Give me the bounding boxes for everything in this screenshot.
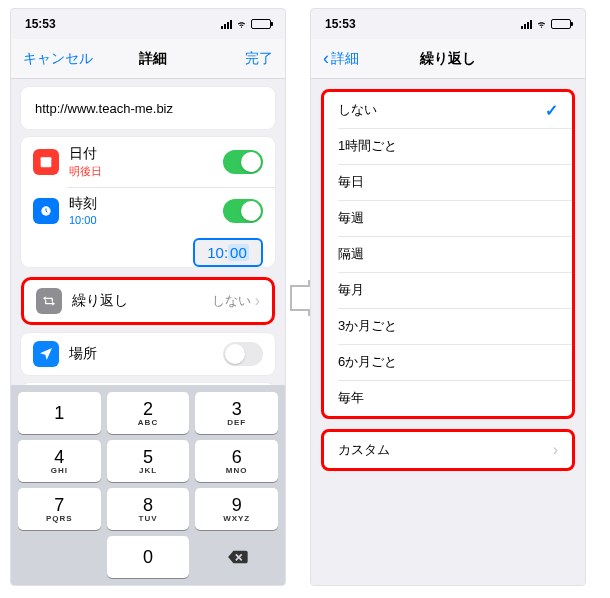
back-label: 詳細 xyxy=(331,50,359,68)
status-time: 15:53 xyxy=(25,17,56,31)
repeat-option[interactable]: 毎週 xyxy=(324,200,572,236)
date-label: 日付 xyxy=(69,145,223,163)
key-8[interactable]: 8TUV xyxy=(107,488,190,530)
backspace-key[interactable] xyxy=(195,536,278,578)
location-row[interactable]: 場所 xyxy=(21,333,275,375)
repeat-option[interactable]: 隔週 xyxy=(324,236,572,272)
option-label: 毎月 xyxy=(338,281,558,299)
message-card: メッセージ送信時 xyxy=(21,383,275,385)
custom-row[interactable]: カスタム › xyxy=(324,432,572,468)
repeat-options-list: しない✓1時間ごと毎日毎週隔週毎月3か月ごと6か月ごと毎年 xyxy=(321,89,575,419)
wifi-icon xyxy=(235,19,248,29)
nav-bar: ‹ 詳細 繰り返し xyxy=(311,39,585,79)
key-number: 3 xyxy=(232,400,242,418)
status-time: 15:53 xyxy=(325,17,356,31)
location-card: 場所 xyxy=(21,333,275,375)
date-value: 明後日 xyxy=(69,164,223,179)
key-number: 4 xyxy=(54,448,64,466)
status-bar: 15:53 xyxy=(311,9,585,39)
repeat-row[interactable]: 繰り返し しない › xyxy=(24,280,272,322)
repeat-label: 繰り返し xyxy=(72,292,212,310)
location-icon xyxy=(33,341,59,367)
content-area: http://www.teach-me.biz 日付 明後日 時刻 xyxy=(11,79,285,385)
key-number: 2 xyxy=(143,400,153,418)
location-label: 場所 xyxy=(69,345,223,363)
chevron-left-icon: ‹ xyxy=(323,48,329,69)
time-row[interactable]: 時刻 10:00 xyxy=(21,187,275,234)
key-letters: TUV xyxy=(139,514,158,523)
detail-screen: 15:53 キャンセル 詳細 完了 http://www.teach-me.bi… xyxy=(10,8,286,586)
date-row[interactable]: 日付 明後日 xyxy=(21,137,275,187)
signal-icon xyxy=(521,20,532,29)
chevron-right-icon: › xyxy=(553,441,558,459)
option-label: 3か月ごと xyxy=(338,317,558,335)
repeat-icon xyxy=(36,288,62,314)
time-value: 10:00 xyxy=(69,214,223,226)
key-letters: WXYZ xyxy=(223,514,250,523)
key-number: 1 xyxy=(54,404,64,422)
key-number: 8 xyxy=(143,496,153,514)
url-field[interactable]: http://www.teach-me.biz xyxy=(21,87,275,129)
backspace-icon xyxy=(226,549,248,565)
repeat-option[interactable]: 3か月ごと xyxy=(324,308,572,344)
done-button[interactable]: 完了 xyxy=(213,50,273,68)
key-5[interactable]: 5JKL xyxy=(107,440,190,482)
repeat-option[interactable]: 毎日 xyxy=(324,164,572,200)
key-1[interactable]: 1 xyxy=(18,392,101,434)
key-number: 9 xyxy=(232,496,242,514)
battery-icon xyxy=(251,19,271,29)
key-letters: ABC xyxy=(138,418,158,427)
time-picker[interactable]: 10:00 xyxy=(193,238,263,267)
time-hh: 10 xyxy=(207,244,224,261)
repeat-option[interactable]: 6か月ごと xyxy=(324,344,572,380)
numeric-keyboard: 12ABC3DEF4GHI5JKL6MNO7PQRS8TUV9WXYZ 0 xyxy=(11,385,285,585)
cancel-button[interactable]: キャンセル xyxy=(23,50,93,68)
option-label: 毎年 xyxy=(338,389,558,407)
custom-card: カスタム › xyxy=(321,429,575,471)
battery-icon xyxy=(551,19,571,29)
signal-icon xyxy=(221,20,232,29)
time-toggle[interactable] xyxy=(223,199,263,223)
key-0[interactable]: 0 xyxy=(107,536,190,578)
key-6[interactable]: 6MNO xyxy=(195,440,278,482)
svg-rect-1 xyxy=(41,157,52,160)
check-icon: ✓ xyxy=(545,101,558,120)
location-toggle[interactable] xyxy=(223,342,263,366)
option-label: 1時間ごと xyxy=(338,137,558,155)
key-7[interactable]: 7PQRS xyxy=(18,488,101,530)
option-label: 毎日 xyxy=(338,173,558,191)
key-empty xyxy=(18,536,101,578)
datetime-card: 日付 明後日 時刻 10:00 10:00 xyxy=(21,137,275,267)
message-row[interactable]: メッセージ送信時 xyxy=(21,383,275,385)
option-label: 毎週 xyxy=(338,209,558,227)
key-9[interactable]: 9WXYZ xyxy=(195,488,278,530)
key-2[interactable]: 2ABC xyxy=(107,392,190,434)
key-letters: GHI xyxy=(51,466,68,475)
key-3[interactable]: 3DEF xyxy=(195,392,278,434)
status-icons xyxy=(221,19,271,29)
custom-label: カスタム xyxy=(338,441,553,459)
status-icons xyxy=(521,19,571,29)
calendar-icon xyxy=(33,149,59,175)
nav-bar: キャンセル 詳細 完了 xyxy=(11,39,285,79)
repeat-option[interactable]: 毎年 xyxy=(324,380,572,416)
repeat-option[interactable]: 1時間ごと xyxy=(324,128,572,164)
key-number: 6 xyxy=(232,448,242,466)
date-toggle[interactable] xyxy=(223,150,263,174)
time-mm: 00 xyxy=(228,244,249,261)
repeat-card: 繰り返し しない › xyxy=(21,277,275,325)
key-letters: MNO xyxy=(226,466,248,475)
url-card: http://www.teach-me.biz xyxy=(21,87,275,129)
repeat-option[interactable]: しない✓ xyxy=(324,92,572,128)
clock-icon xyxy=(33,198,59,224)
nav-title: 詳細 xyxy=(139,50,167,68)
wifi-icon xyxy=(535,19,548,29)
time-label: 時刻 xyxy=(69,195,223,213)
status-bar: 15:53 xyxy=(11,9,285,39)
repeat-value: しない xyxy=(212,292,251,310)
key-letters: PQRS xyxy=(46,514,73,523)
content-area: しない✓1時間ごと毎日毎週隔週毎月3か月ごと6か月ごと毎年 カスタム › xyxy=(311,79,585,585)
back-button[interactable]: ‹ 詳細 xyxy=(323,48,383,69)
key-4[interactable]: 4GHI xyxy=(18,440,101,482)
repeat-option[interactable]: 毎月 xyxy=(324,272,572,308)
